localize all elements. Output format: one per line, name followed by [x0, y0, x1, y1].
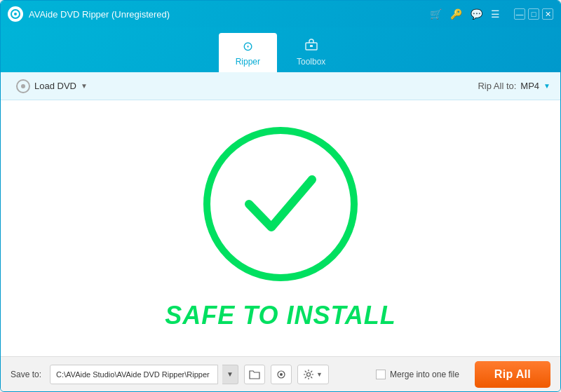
checkmark-icon — [242, 173, 319, 236]
tab-toolbox-label: Toolbox — [297, 57, 325, 67]
minimize-button[interactable]: — — [514, 8, 525, 20]
merge-checkbox-area: Merge into one file — [376, 370, 459, 379]
svg-point-5 — [280, 373, 283, 376]
toolbar-right: Rip All to: MP4 ▼ — [478, 81, 550, 91]
cart-icon[interactable]: 🛒 — [430, 8, 442, 20]
tab-toolbox[interactable]: Toolbox — [280, 32, 342, 72]
load-dvd-dropdown-arrow: ▼ — [81, 82, 88, 90]
nav-tabs: ⊙ Ripper Toolbox — [219, 32, 343, 72]
merge-label: Merge into one file — [390, 370, 459, 379]
save-path-dropdown-button[interactable]: ▼ — [222, 365, 238, 384]
title-bar: AVAide DVD Ripper (Unregistered) 🛒 🔑 💬 ☰… — [1, 1, 560, 27]
rip-all-button[interactable]: Rip All — [475, 361, 550, 388]
load-dvd-button[interactable]: Load DVD ▼ — [11, 76, 93, 96]
maximize-button[interactable]: □ — [528, 8, 539, 20]
folder-browse-button[interactable] — [244, 365, 265, 384]
svg-point-1 — [14, 13, 17, 15]
checkmark-circle — [203, 127, 358, 281]
footer: Save to: ▼ ▼ Merge into one file Rip Al — [1, 356, 560, 391]
load-dvd-label: Load DVD — [34, 81, 76, 91]
tab-ripper[interactable]: ⊙ Ripper — [219, 33, 277, 72]
window-title: AVAide DVD Ripper (Unregistered) — [29, 9, 430, 20]
chat-icon[interactable]: 💬 — [471, 8, 482, 20]
svg-rect-3 — [310, 45, 313, 47]
rip-all-to-label: Rip All to: — [478, 81, 516, 91]
rip-all-to-value: MP4 — [520, 81, 539, 91]
settings-button[interactable]: ▼ — [297, 365, 329, 384]
save-path-input[interactable] — [50, 365, 218, 384]
settings-dropdown-arrow: ▼ — [316, 371, 323, 378]
save-to-label: Save to: — [11, 370, 41, 379]
nav-bar: ⊙ Ripper Toolbox — [1, 27, 560, 72]
titlebar-controls: 🛒 🔑 💬 ☰ — □ ✕ — [430, 8, 553, 20]
settings-icon — [304, 370, 313, 379]
dvd-icon — [16, 79, 30, 93]
menu-icon[interactable]: ☰ — [491, 8, 500, 20]
preview-button[interactable] — [271, 365, 292, 384]
toolbar: Load DVD ▼ Rip All to: MP4 ▼ — [1, 72, 560, 100]
main-content: SAFE TO INSTALL — [1, 100, 560, 356]
preview-icon — [276, 370, 287, 379]
key-icon[interactable]: 🔑 — [450, 8, 462, 20]
tab-ripper-label: Ripper — [236, 57, 260, 67]
app-logo — [8, 6, 23, 22]
toolbox-icon — [304, 38, 318, 54]
window-buttons: — □ ✕ — [514, 8, 553, 20]
app-window: AVAide DVD Ripper (Unregistered) 🛒 🔑 💬 ☰… — [0, 0, 561, 392]
svg-point-6 — [306, 372, 310, 376]
safe-to-install-text: SAFE TO INSTALL — [165, 301, 396, 330]
close-button[interactable]: ✕ — [542, 8, 553, 20]
rip-all-to-dropdown[interactable]: ▼ — [543, 82, 550, 90]
folder-icon — [249, 370, 260, 379]
merge-checkbox[interactable] — [376, 370, 386, 379]
ripper-icon: ⊙ — [243, 39, 253, 54]
